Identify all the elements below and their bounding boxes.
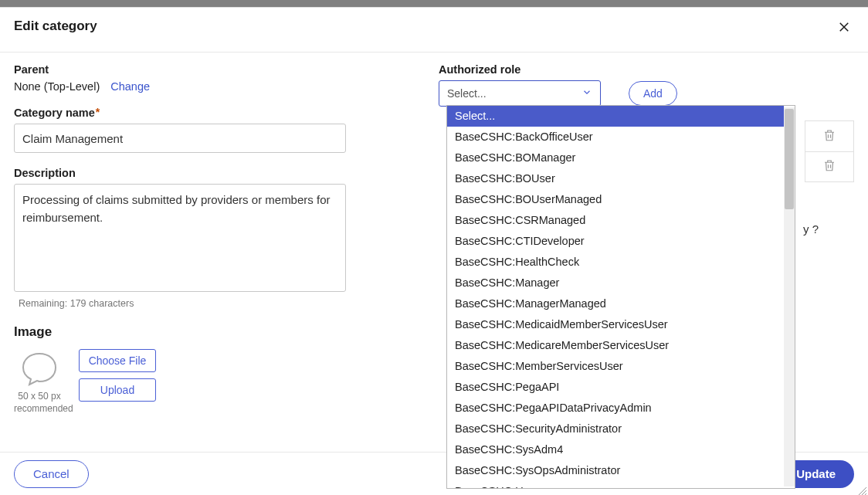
dropdown-option[interactable]: BaseCSHC:PegaAPI [447, 377, 784, 398]
chevron-down-icon [581, 87, 592, 100]
dropdown-option[interactable]: BaseCSHC:MedicareMemberServicesUser [447, 335, 784, 356]
add-role-button[interactable]: Add [629, 81, 677, 106]
upload-button[interactable]: Upload [79, 378, 156, 402]
speech-bubble-icon [19, 349, 60, 388]
dropdown-option[interactable]: Select... [447, 106, 784, 127]
parent-row: None (Top-Level) Change [14, 80, 431, 93]
trash-icon [822, 158, 836, 175]
category-name-field: Category name [14, 107, 431, 153]
resize-handle-icon[interactable] [857, 484, 866, 493]
description-remaining: Remaining: 179 characters [19, 298, 431, 309]
role-item-delete-1[interactable] [805, 120, 854, 151]
image-section: Image 50 x 50 px recommended Choose File… [14, 324, 431, 415]
dropdown-option[interactable]: BaseCSHC:BackOfficeUser [447, 127, 784, 147]
description-field: Description Remaining: 179 characters [14, 167, 431, 309]
image-preview-column: 50 x 50 px recommended [14, 349, 65, 415]
image-row: 50 x 50 px recommended Choose File Uploa… [14, 349, 431, 415]
authorized-role-dropdown[interactable]: Select...BaseCSHC:BackOfficeUserBaseCSHC… [446, 105, 795, 489]
left-column: Parent None (Top-Level) Change Category … [14, 63, 431, 415]
cancel-button[interactable]: Cancel [14, 460, 89, 488]
authorized-role-label: Authorized role [439, 63, 854, 76]
dropdown-option[interactable]: BaseCSHC:CSRManaged [447, 210, 784, 231]
description-textarea[interactable] [14, 184, 346, 292]
dropdown-option[interactable]: BaseCSHC:BOUserManaged [447, 189, 784, 210]
description-label: Description [14, 167, 431, 179]
authorized-role-select[interactable]: Select... [439, 80, 601, 107]
parent-label: Parent [14, 63, 431, 76]
parent-value: None (Top-Level) [14, 80, 100, 93]
dropdown-option[interactable]: BaseCSHC:SysAdm4 [447, 439, 784, 460]
dropdown-option[interactable]: BaseCSHC:ManagerManaged [447, 293, 784, 314]
modal-header: Edit category [0, 8, 868, 52]
truncated-text-fragment: y ? [803, 222, 819, 236]
dropdown-option[interactable]: BaseCSHC:MedicaidMemberServicesUser [447, 314, 784, 335]
role-list-actions [805, 120, 854, 182]
trash-icon [822, 128, 836, 145]
close-button[interactable] [834, 19, 854, 38]
window-chrome-band [0, 0, 868, 7]
select-placeholder-text: Select... [447, 87, 487, 100]
parent-field: Parent None (Top-Level) Change [14, 63, 431, 93]
dropdown-list: Select...BaseCSHC:BackOfficeUserBaseCSHC… [447, 106, 784, 488]
image-buttons: Choose File Upload [79, 349, 156, 402]
category-name-input[interactable] [14, 124, 346, 153]
dropdown-option[interactable]: BaseCSHC:PegaAPIDataPrivacyAdmin [447, 398, 784, 419]
dropdown-option[interactable]: BaseCSHC:User [447, 481, 784, 488]
dropdown-option[interactable]: BaseCSHC:BOManager [447, 147, 784, 168]
dropdown-option[interactable]: BaseCSHC:CTIDeveloper [447, 231, 784, 252]
role-item-delete-2[interactable] [805, 151, 854, 182]
dropdown-option[interactable]: BaseCSHC:SecurityAdministrator [447, 419, 784, 439]
image-size-hint: 50 x 50 px recommended [14, 391, 65, 415]
choose-file-button[interactable]: Choose File [79, 349, 156, 372]
dropdown-option[interactable]: BaseCSHC:MemberServicesUser [447, 356, 784, 377]
close-icon [837, 20, 851, 34]
change-parent-link[interactable]: Change [110, 80, 150, 93]
category-name-label: Category name [14, 107, 431, 119]
dropdown-scrollbar-track[interactable] [784, 107, 795, 487]
dropdown-option[interactable]: BaseCSHC:Manager [447, 273, 784, 293]
dropdown-option[interactable]: BaseCSHC:BOUser [447, 168, 784, 189]
dropdown-scrollbar-thumb[interactable] [785, 109, 794, 209]
modal-title: Edit category [14, 19, 97, 34]
dropdown-option[interactable]: BaseCSHC:HealthCheck [447, 252, 784, 273]
edit-category-modal: Edit category Parent None (Top-Level) Ch… [0, 7, 868, 495]
dropdown-option[interactable]: BaseCSHC:SysOpsAdministrator [447, 460, 784, 481]
image-heading: Image [14, 324, 431, 340]
role-row: Select... Add [439, 80, 854, 107]
